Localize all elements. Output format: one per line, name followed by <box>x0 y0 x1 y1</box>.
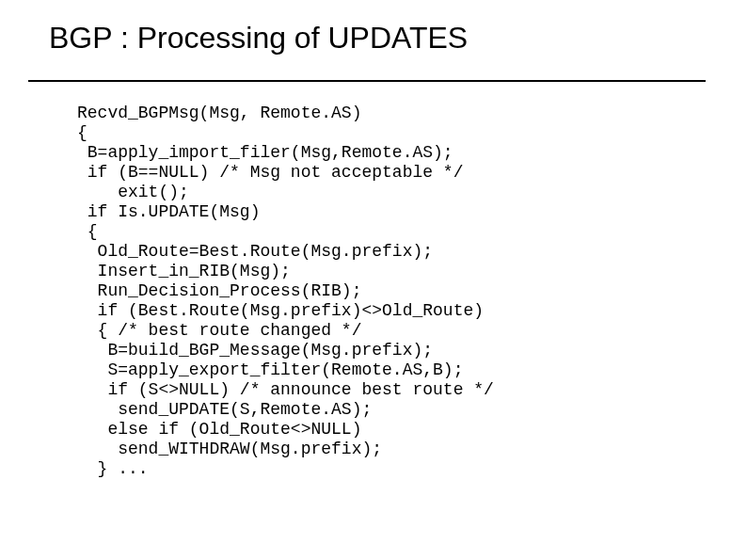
code-line: B=build_BGP_Message(Msg.prefix); <box>77 341 433 360</box>
code-line: Old_Route=Best.Route(Msg.prefix); <box>77 242 433 261</box>
code-line: S=apply_export_filter(Remote.AS,B); <box>77 360 463 379</box>
slide: BGP : Processing of UPDATES Recvd_BGPMsg… <box>0 0 747 560</box>
code-line: B=apply_import_filer(Msg,Remote.AS); <box>77 143 453 162</box>
code-line: if (Best.Route(Msg.prefix)<>Old_Route) <box>77 301 484 320</box>
code-line: Run_Decision_Process(RIB); <box>77 281 361 300</box>
pseudocode-block: Recvd_BGPMsg(Msg, Remote.AS) { B=apply_i… <box>77 104 494 479</box>
code-line: Recvd_BGPMsg(Msg, Remote.AS) <box>77 104 361 122</box>
code-line: } ... <box>77 459 149 478</box>
code-line: if (S<>NULL) /* announce best route */ <box>77 380 494 399</box>
slide-title: BGP : Processing of UPDATES <box>49 21 468 56</box>
horizontal-rule <box>28 80 706 82</box>
code-line: send_UPDATE(S,Remote.AS); <box>77 400 372 419</box>
code-line: { <box>77 123 87 142</box>
code-line: send_WITHDRAW(Msg.prefix); <box>77 440 382 458</box>
code-line: Insert_in_RIB(Msg); <box>77 262 291 280</box>
code-line: if Is.UPDATE(Msg) <box>77 202 260 221</box>
code-line: if (B==NULL) /* Msg not acceptable */ <box>77 163 463 182</box>
code-line: exit(); <box>77 183 189 201</box>
code-line: else if (Old_Route<>NULL) <box>77 420 361 439</box>
code-line: { <box>77 222 98 241</box>
code-line: { /* best route changed */ <box>77 321 361 340</box>
